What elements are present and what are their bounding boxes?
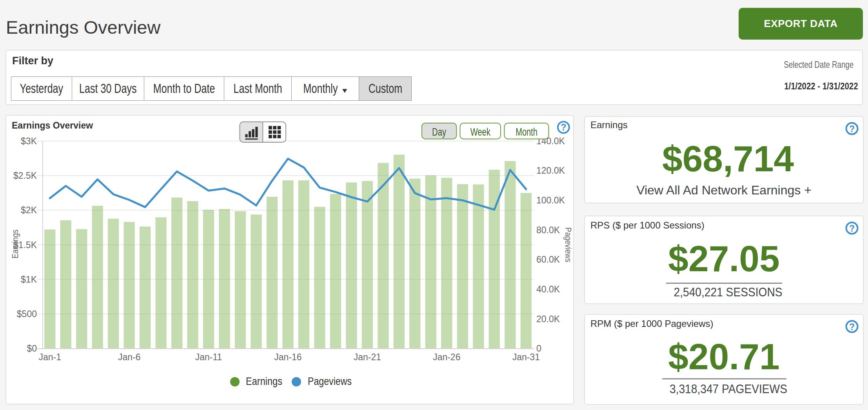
svg-text:$0: $0 (27, 343, 37, 354)
svg-text:Week: Week (470, 126, 490, 138)
svg-text:Jan-11: Jan-11 (195, 352, 222, 362)
svg-text:?: ? (849, 223, 855, 234)
svg-text:Jan-31: Jan-31 (512, 352, 540, 362)
svg-text:Month: Month (516, 126, 538, 138)
svg-text:$2K: $2K (21, 205, 37, 215)
svg-text:20.0K: 20.0K (536, 314, 560, 324)
svg-text:Jan-1: Jan-1 (38, 352, 61, 362)
svg-text:$1K: $1K (21, 274, 37, 285)
svg-text:$2.5K: $2.5K (13, 171, 37, 181)
svg-text:40.0K: 40.0K (536, 284, 560, 294)
svg-text:$3K: $3K (21, 136, 37, 146)
svg-text:Earnings: Earnings (246, 376, 282, 387)
svg-text:?: ? (849, 124, 855, 134)
svg-text:Jan-6: Jan-6 (118, 352, 141, 362)
svg-text:Earnings: Earnings (10, 230, 20, 259)
svg-text:Jan-21: Jan-21 (354, 352, 381, 362)
svg-text:Jan-26: Jan-26 (433, 352, 460, 362)
svg-text:100.0K: 100.0K (536, 195, 565, 205)
svg-text:Day: Day (432, 126, 446, 138)
svg-text:Jan-16: Jan-16 (274, 352, 301, 362)
svg-text:?: ? (849, 322, 855, 332)
svg-text:?: ? (561, 122, 567, 132)
svg-text:$500: $500 (17, 309, 37, 319)
svg-text:Pageviews: Pageviews (308, 376, 352, 387)
svg-text:80.0K: 80.0K (536, 225, 560, 235)
svg-text:Pageviews: Pageviews (563, 227, 573, 262)
svg-text:120.0K: 120.0K (536, 165, 565, 176)
svg-text:60.0K: 60.0K (536, 254, 560, 265)
